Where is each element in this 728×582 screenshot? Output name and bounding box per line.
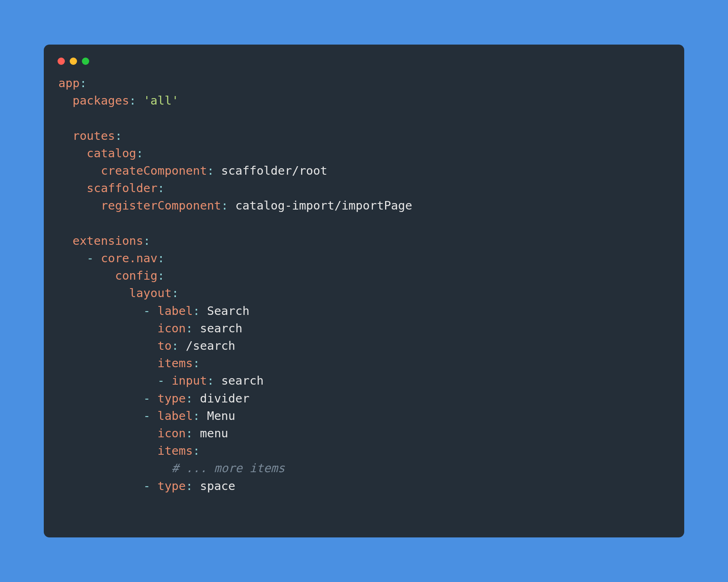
colon-punct: :: [79, 76, 86, 90]
yaml-value: scaffolder/root: [221, 164, 328, 178]
yaml-key: to: [157, 339, 171, 353]
yaml-key: createComponent: [101, 164, 207, 178]
yaml-key: input: [171, 374, 207, 387]
close-icon[interactable]: [58, 58, 65, 65]
yaml-value: divider: [200, 392, 249, 405]
yaml-value: /search: [186, 339, 235, 353]
yaml-key: label: [157, 409, 193, 423]
colon-punct: :: [207, 374, 214, 387]
yaml-value: search: [221, 374, 264, 387]
dash-punct: -: [157, 374, 164, 387]
yaml-comment: # ... more items: [171, 461, 285, 475]
colon-punct: :: [171, 286, 178, 300]
yaml-key: label: [157, 304, 193, 318]
yaml-key: icon: [157, 426, 186, 440]
yaml-key: type: [157, 392, 186, 405]
yaml-key: layout: [129, 286, 172, 300]
colon-punct: :: [129, 94, 136, 107]
colon-punct: :: [115, 129, 122, 143]
yaml-value: search: [200, 321, 242, 335]
colon-punct: :: [186, 479, 193, 493]
code-window: app: packages: 'all' routes: catalog: cr…: [44, 45, 684, 537]
yaml-key: items: [157, 356, 193, 370]
dash-punct: -: [143, 409, 150, 423]
dash-punct: -: [143, 392, 150, 405]
window-titlebar: [56, 56, 672, 75]
colon-punct: :: [186, 426, 193, 440]
colon-punct: :: [136, 146, 143, 160]
yaml-key: type: [157, 479, 186, 493]
yaml-key: registerComponent: [101, 199, 221, 212]
yaml-key: config: [115, 269, 158, 282]
colon-punct: :: [186, 392, 193, 405]
dash-punct: -: [143, 304, 150, 318]
colon-punct: :: [193, 304, 200, 318]
yaml-key: routes: [73, 129, 115, 143]
dash-punct: -: [87, 251, 94, 265]
yaml-key: core.nav: [101, 251, 158, 265]
yaml-string: 'all': [143, 94, 179, 107]
colon-punct: :: [143, 234, 150, 248]
yaml-value: Search: [207, 304, 250, 318]
yaml-value: catalog-import/importPage: [236, 199, 413, 212]
yaml-key: extensions: [73, 234, 143, 248]
colon-punct: :: [157, 181, 164, 195]
yaml-key: icon: [157, 321, 186, 335]
yaml-key: scaffolder: [87, 181, 158, 195]
dash-punct: -: [143, 479, 150, 493]
maximize-icon[interactable]: [82, 58, 89, 65]
yaml-key: catalog: [87, 146, 136, 160]
yaml-value: Menu: [207, 409, 236, 423]
code-block: app: packages: 'all' routes: catalog: cr…: [56, 75, 672, 495]
colon-punct: :: [193, 356, 200, 370]
colon-punct: :: [157, 251, 164, 265]
colon-punct: :: [221, 199, 228, 212]
yaml-value: space: [200, 479, 235, 493]
colon-punct: :: [193, 444, 200, 458]
colon-punct: :: [157, 269, 164, 282]
yaml-key: app: [58, 76, 79, 90]
minimize-icon[interactable]: [70, 58, 77, 65]
colon-punct: :: [193, 409, 200, 423]
colon-punct: :: [186, 321, 193, 335]
yaml-key: items: [157, 444, 193, 458]
yaml-key: packages: [73, 94, 129, 107]
colon-punct: :: [171, 339, 178, 353]
yaml-value: menu: [200, 426, 228, 440]
colon-punct: :: [207, 164, 214, 178]
